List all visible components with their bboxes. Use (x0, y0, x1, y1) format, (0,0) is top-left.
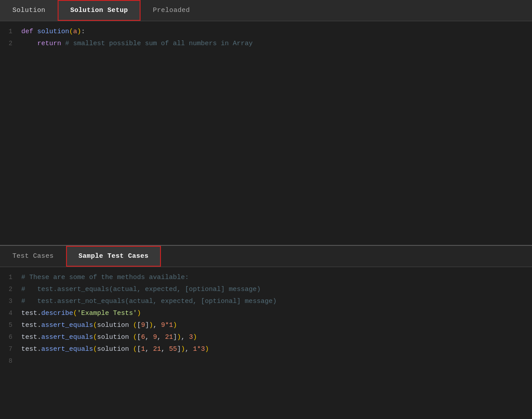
test-line-num-6: 6 (0, 331, 21, 343)
test-line-content-5: test.assert_equals(solution ([9]), 9*1) (21, 320, 532, 331)
editor-panel: Solution Solution Setup Preloaded 1 def … (0, 0, 532, 419)
test-line-5: 5 test.assert_equals(solution ([9]), 9*1… (0, 319, 532, 331)
test-line-num-7: 7 (0, 343, 21, 355)
line-content-1: def solution(a): (21, 26, 532, 38)
test-line-num-1: 1 (0, 272, 21, 283)
test-line-content-2: # test.assert_equals(actual, expected, [… (21, 284, 532, 295)
test-line-num-5: 5 (0, 319, 21, 331)
bottom-tab-bar: Test Cases Sample Test Cases (0, 246, 532, 267)
test-line-content-4: test.describe('Example Tests') (21, 308, 532, 319)
test-line-7: 7 test.assert_equals(solution ([1, 21, 5… (0, 343, 532, 355)
test-line-content-3: # test.assert_not_equals(actual, expecte… (21, 296, 532, 307)
tab-test-cases[interactable]: Test Cases (0, 246, 66, 267)
test-code-area[interactable]: 1 # These are some of the methods availa… (0, 267, 532, 419)
test-line-num-3: 3 (0, 295, 21, 307)
test-line-content-1: # These are some of the methods availabl… (21, 272, 532, 283)
tab-preloaded[interactable]: Preloaded (141, 0, 203, 21)
line-content-2: return # smallest possible sum of all nu… (21, 38, 532, 50)
test-line-4: 4 test.describe('Example Tests') (0, 307, 532, 319)
top-section: Solution Solution Setup Preloaded 1 def … (0, 0, 532, 246)
tab-solution[interactable]: Solution (0, 0, 58, 21)
bottom-section: Test Cases Sample Test Cases 1 # These a… (0, 246, 532, 419)
editor-line-1: 1 def solution(a): (0, 26, 532, 38)
line-number-2: 2 (0, 38, 21, 49)
test-line-8: 8 (0, 355, 532, 367)
line-number-1: 1 (0, 26, 21, 37)
editor-line-2: 2 return # smallest possible sum of all … (0, 38, 532, 50)
test-line-1: 1 # These are some of the methods availa… (0, 272, 532, 283)
test-line-content-7: test.assert_equals(solution ([1, 21, 55]… (21, 344, 532, 355)
tab-solution-setup[interactable]: Solution Setup (58, 0, 140, 21)
test-line-2: 2 # test.assert_equals(actual, expected,… (0, 283, 532, 295)
test-line-6: 6 test.assert_equals(solution ([6, 9, 21… (0, 331, 532, 343)
top-tab-bar: Solution Solution Setup Preloaded (0, 0, 532, 21)
test-line-num-4: 4 (0, 307, 21, 319)
test-line-content-6: test.assert_equals(solution ([6, 9, 21])… (21, 332, 532, 343)
test-line-3: 3 # test.assert_not_equals(actual, expec… (0, 295, 532, 307)
test-line-num-2: 2 (0, 283, 21, 295)
test-line-num-8: 8 (0, 355, 21, 367)
editor-code-area[interactable]: 1 def solution(a): 2 return # smallest p… (0, 21, 532, 245)
tab-sample-test-cases[interactable]: Sample Test Cases (66, 246, 161, 267)
